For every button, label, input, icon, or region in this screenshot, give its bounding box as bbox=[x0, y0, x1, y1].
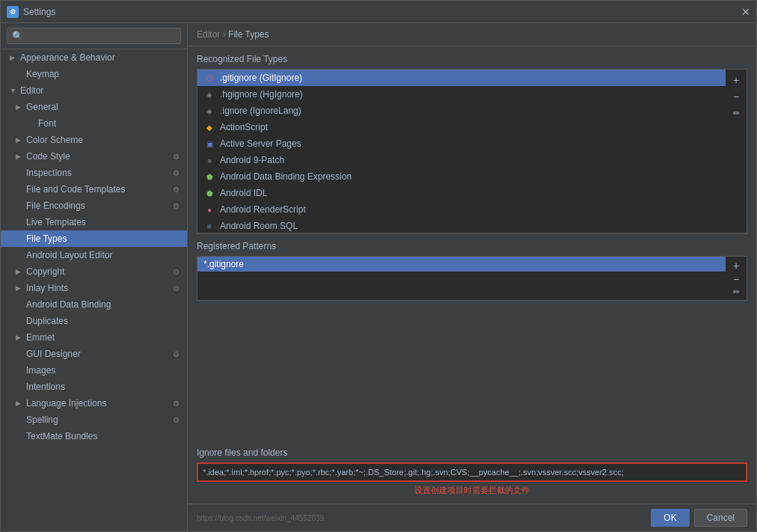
sidebar-item-live-templates[interactable]: Live Templates bbox=[1, 214, 187, 230]
expand-arrow-codestyle: ▶ bbox=[16, 153, 25, 160]
sidebar-item-editor[interactable]: ▼ Editor bbox=[1, 82, 187, 99]
expand-arrow-emmet: ▶ bbox=[16, 334, 25, 341]
file-type-android-room-sql[interactable]: ≡ Android Room SQL bbox=[197, 218, 726, 233]
hgignore-icon: ◈ bbox=[203, 88, 215, 100]
app-icon: ⚙ bbox=[7, 6, 19, 18]
android9patch-icon: ■ bbox=[203, 154, 215, 166]
ok-button[interactable]: OK bbox=[651, 509, 689, 527]
edit-file-type-button[interactable]: ✏ bbox=[729, 106, 744, 120]
gear-badge-inlay: ⚙ bbox=[171, 283, 181, 293]
sidebar-item-inlay-hints[interactable]: ▶ Inlay Hints ⚙ bbox=[1, 280, 187, 296]
file-type-android-data-binding[interactable]: ⬟ Android Data Binding Expression bbox=[197, 168, 726, 185]
sidebar-item-color-scheme[interactable]: ▶ Color Scheme bbox=[1, 132, 187, 148]
gear-badge-spelling: ⚙ bbox=[171, 415, 181, 425]
remove-pattern-button[interactable]: − bbox=[729, 273, 744, 285]
breadcrumb: Editor › File Types bbox=[188, 23, 756, 46]
expand-arrow-copyright: ▶ bbox=[16, 268, 25, 275]
title-bar: ⚙ Settings ✕ bbox=[1, 1, 756, 23]
file-type-actionscript[interactable]: ◆ ActionScript bbox=[197, 119, 726, 135]
collapse-arrow: ▶ bbox=[10, 54, 19, 61]
sidebar-item-emmet[interactable]: ▶ Emmet bbox=[1, 329, 187, 346]
ignore-input[interactable] bbox=[203, 468, 741, 477]
expand-arrow-general: ▶ bbox=[16, 103, 25, 111]
android-room-icon: ≡ bbox=[203, 220, 215, 232]
sidebar-item-images[interactable]: Images bbox=[1, 362, 187, 379]
gear-badge-codestyle: ⚙ bbox=[171, 151, 181, 162]
settings-window: ⚙ Settings ✕ ▶ Appearance & Behavior Key… bbox=[0, 0, 757, 532]
close-button[interactable]: ✕ bbox=[741, 6, 750, 18]
search-input[interactable] bbox=[7, 28, 181, 44]
sidebar-item-general[interactable]: ▶ General bbox=[1, 99, 187, 115]
sidebar-item-android-layout[interactable]: Android Layout Editor bbox=[1, 247, 187, 263]
patterns-side-buttons: + − ✏ bbox=[726, 257, 747, 300]
bottom-bar: https://blog.csdn.net/weixin_44552039 OK… bbox=[188, 504, 756, 531]
url-hint: https://blog.csdn.net/weixin_44552039 bbox=[197, 514, 324, 522]
file-types-side-buttons: + − ✏ bbox=[726, 70, 747, 233]
expand-arrow-inlay: ▶ bbox=[16, 284, 25, 292]
remove-file-type-button[interactable]: − bbox=[729, 89, 744, 104]
sidebar-item-file-code-templates[interactable]: File and Code Templates ⚙ bbox=[1, 181, 187, 198]
sidebar-item-android-data-binding[interactable]: Android Data Binding bbox=[1, 296, 187, 313]
add-pattern-button[interactable]: + bbox=[729, 260, 744, 272]
search-area bbox=[1, 23, 187, 49]
gear-badge-encodings: ⚙ bbox=[171, 201, 181, 211]
android-idl-icon: ⬟ bbox=[203, 187, 215, 199]
sidebar-item-textmate[interactable]: TextMate Bundles bbox=[1, 428, 187, 444]
gear-badge-lang: ⚙ bbox=[171, 398, 181, 409]
window-title: Settings bbox=[23, 7, 55, 17]
registered-label: Registered Patterns bbox=[197, 241, 747, 251]
file-type-android9patch[interactable]: ■ Android 9-Patch bbox=[197, 152, 726, 168]
ignore-hint: 设置创建项目时需要拦截的文件 bbox=[197, 485, 747, 496]
main-content: ▶ Appearance & Behavior Keymap ▼ Editor … bbox=[1, 23, 756, 531]
asp-icon: ▣ bbox=[203, 138, 215, 150]
gear-badge-templates: ⚙ bbox=[171, 184, 181, 195]
sidebar: ▶ Appearance & Behavior Keymap ▼ Editor … bbox=[1, 23, 188, 531]
sidebar-item-duplicates[interactable]: Duplicates bbox=[1, 313, 187, 329]
sidebar-item-language-injections[interactable]: ▶ Language Injections ⚙ bbox=[1, 395, 187, 412]
file-types-scroll[interactable]: ⬡ .gitignore (GitIgnore) ◈ .hgignore (Hg… bbox=[197, 70, 726, 233]
sidebar-item-copyright[interactable]: ▶ Copyright ⚙ bbox=[1, 263, 187, 280]
ignore-icon: ◈ bbox=[203, 105, 215, 117]
sidebar-item-font[interactable]: Font bbox=[1, 115, 187, 132]
edit-pattern-button[interactable]: ✏ bbox=[729, 287, 744, 297]
right-panel: Editor › File Types Recognized File Type… bbox=[188, 23, 756, 531]
sidebar-item-inspections[interactable]: Inspections ⚙ bbox=[1, 165, 187, 181]
sidebar-item-keymap[interactable]: Keymap bbox=[1, 66, 187, 82]
file-type-gitignore[interactable]: ⬡ .gitignore (GitIgnore) bbox=[197, 70, 726, 86]
ignore-label: Ignore files and folders bbox=[197, 447, 747, 458]
patterns-list-container: *.gitignore + − ✏ bbox=[197, 256, 747, 301]
file-type-asp[interactable]: ▣ Active Server Pages bbox=[197, 135, 726, 152]
sidebar-item-file-types[interactable]: File Types bbox=[1, 230, 187, 247]
sidebar-item-intentions[interactable]: Intentions bbox=[1, 379, 187, 395]
file-type-android-idl[interactable]: ⬟ Android IDL bbox=[197, 185, 726, 201]
gear-badge-copyright: ⚙ bbox=[171, 266, 181, 277]
sidebar-item-appearance[interactable]: ▶ Appearance & Behavior bbox=[1, 49, 187, 66]
ignore-input-container bbox=[197, 462, 747, 482]
file-type-hgignore[interactable]: ◈ .hgignore (HgIgnore) bbox=[197, 86, 726, 103]
gitignore-icon: ⬡ bbox=[203, 72, 215, 84]
sidebar-item-gui-designer[interactable]: GUI Designer ⚙ bbox=[1, 346, 187, 362]
gear-badge-inspect: ⚙ bbox=[171, 168, 181, 178]
panel-body: Recognized File Types ⬡ .gitignore (GitI… bbox=[188, 46, 756, 504]
add-file-type-button[interactable]: + bbox=[729, 73, 744, 88]
registered-patterns-section: Registered Patterns *.gitignore + − ✏ bbox=[197, 241, 747, 301]
recognized-label: Recognized File Types bbox=[197, 54, 747, 64]
expand-arrow: ▼ bbox=[10, 87, 19, 94]
gear-badge-gui: ⚙ bbox=[171, 349, 181, 359]
ignore-section: Ignore files and folders 设置创建项目时需要拦截的文件 bbox=[197, 441, 747, 496]
patterns-list[interactable]: *.gitignore bbox=[197, 257, 726, 300]
file-type-ignore[interactable]: ◈ .ignore (IgnoreLang) bbox=[197, 103, 726, 119]
cancel-button[interactable]: Cancel bbox=[694, 509, 747, 527]
actionscript-icon: ◆ bbox=[203, 121, 215, 133]
expand-arrow-color: ▶ bbox=[16, 136, 25, 144]
sidebar-item-code-style[interactable]: ▶ Code Style ⚙ bbox=[1, 148, 187, 165]
sidebar-item-spelling[interactable]: Spelling ⚙ bbox=[1, 412, 187, 428]
file-types-list: ⬡ .gitignore (GitIgnore) ◈ .hgignore (Hg… bbox=[197, 69, 747, 233]
android-data-binding-icon: ⬟ bbox=[203, 171, 215, 183]
file-type-android-renderscript[interactable]: ● Android RenderScript bbox=[197, 201, 726, 218]
android-render-icon: ● bbox=[203, 204, 215, 215]
sidebar-item-file-encodings[interactable]: File Encodings ⚙ bbox=[1, 198, 187, 214]
expand-arrow-lang: ▶ bbox=[16, 400, 25, 407]
pattern-gitignore[interactable]: *.gitignore bbox=[197, 257, 726, 272]
